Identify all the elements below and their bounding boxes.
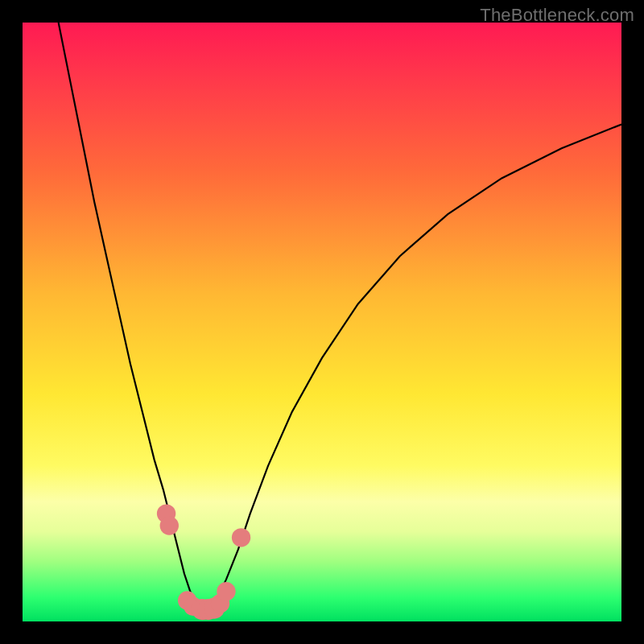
curve-markers (157, 504, 250, 620)
bottleneck-chart-svg (23, 23, 621, 621)
bottleneck-curve (59, 23, 621, 613)
watermark-text: TheBottleneck.com (480, 5, 634, 26)
curve-marker (232, 528, 250, 547)
curve-marker (160, 516, 179, 535)
chart-frame (23, 23, 621, 621)
curve-marker (217, 582, 235, 601)
